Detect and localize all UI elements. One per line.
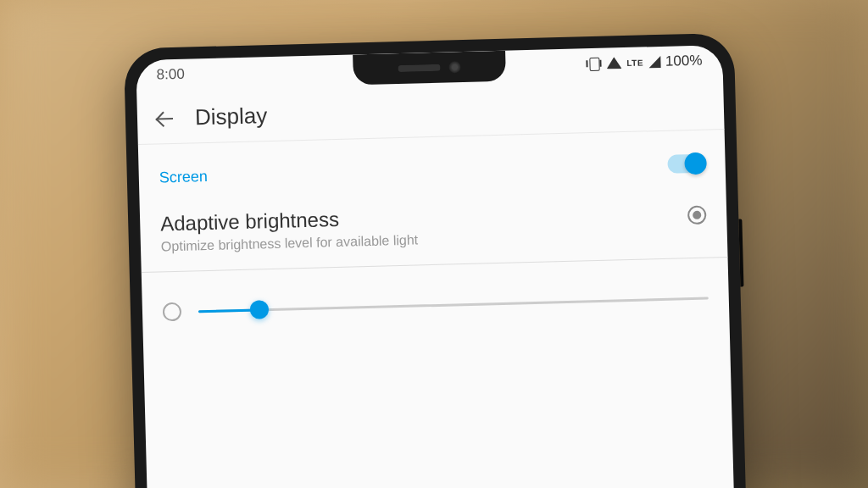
status-icons: LTE 100% <box>586 53 703 73</box>
wifi-icon <box>606 57 621 69</box>
slider-thumb[interactable] <box>250 300 270 319</box>
screen-toggle[interactable] <box>667 154 705 174</box>
vibrate-icon <box>586 58 601 69</box>
back-arrow-icon[interactable] <box>156 108 175 128</box>
phone-frame: 8:00 LTE 100% Display Screen Adaptive br… <box>124 33 752 488</box>
page-title: Display <box>195 103 268 130</box>
status-time: 8:00 <box>156 66 185 84</box>
signal-icon <box>648 56 660 68</box>
brightness-slider-row <box>142 258 730 352</box>
screen: 8:00 LTE 100% Display Screen Adaptive br… <box>136 45 739 488</box>
speaker-grille <box>398 64 440 72</box>
adaptive-brightness-setting[interactable]: Adaptive brightness Optimize brightness … <box>139 172 727 273</box>
notch <box>353 51 506 86</box>
lte-label: LTE <box>626 58 643 68</box>
front-camera <box>448 61 460 73</box>
brightness-slider[interactable] <box>198 297 709 313</box>
battery-percent: 100% <box>665 53 703 70</box>
radio-selected-icon[interactable] <box>687 206 707 225</box>
section-label: Screen <box>159 167 209 186</box>
radio-empty-icon[interactable] <box>163 302 182 322</box>
